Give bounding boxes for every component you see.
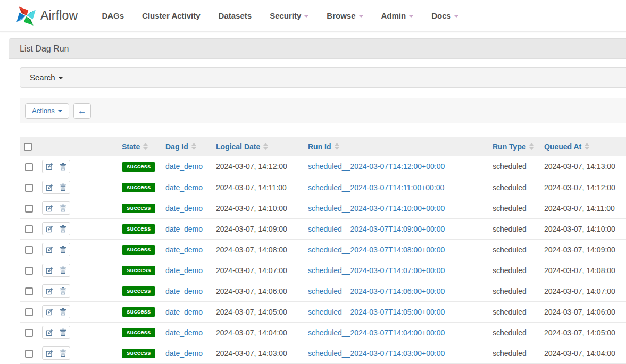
run-id-link[interactable]: scheduled__2024-03-07T14:04:00+00:00 [308, 328, 445, 337]
delete-button[interactable] [56, 243, 70, 256]
run-id-link[interactable]: scheduled__2024-03-07T14:07:00+00:00 [308, 266, 445, 275]
trash-icon [60, 225, 66, 233]
search-toggle[interactable]: Search [20, 67, 626, 88]
status-badge: success [122, 183, 155, 193]
run-id-link[interactable]: scheduled__2024-03-07T14:10:00+00:00 [308, 204, 445, 213]
delete-button[interactable] [56, 305, 70, 318]
row-checkbox[interactable] [25, 287, 33, 295]
status-badge: success [122, 286, 155, 297]
dag-id-link[interactable]: date_demo [165, 328, 203, 337]
column-header-queued-at[interactable]: Queued At [539, 137, 626, 156]
logical-date-value: 2024-03-07, 14:08:00 [216, 246, 287, 254]
column-header-state[interactable]: State [116, 137, 160, 156]
edit-button[interactable] [42, 326, 56, 339]
edit-pencil-icon [46, 205, 53, 212]
dag-id-link[interactable]: date_demo [165, 287, 203, 295]
row-checkbox[interactable] [25, 184, 33, 192]
table-row: success date_demo 2024-03-07, 14:10:00 s… [20, 198, 626, 218]
sort-icon [335, 143, 339, 150]
nav-item[interactable]: Datasets [210, 0, 261, 32]
row-checkbox[interactable] [25, 163, 33, 171]
logical-date-value: 2024-03-07, 14:11:00 [216, 183, 287, 192]
status-badge: success [122, 204, 155, 214]
edit-button[interactable] [42, 243, 56, 256]
nav-item[interactable]: Cluster Activity [133, 0, 209, 32]
actions-dropdown-button[interactable]: Actions [25, 103, 69, 119]
column-header-run-id[interactable]: Run Id [303, 137, 487, 156]
dag-id-link[interactable]: date_demo [165, 204, 203, 213]
edit-pencil-icon [46, 287, 53, 295]
run-id-link[interactable]: scheduled__2024-03-07T14:05:00+00:00 [308, 308, 445, 316]
edit-button[interactable] [42, 201, 56, 215]
nav-item[interactable]: Admin [372, 0, 423, 32]
row-checkbox[interactable] [25, 308, 33, 316]
nav-item[interactable]: Browse [318, 0, 372, 32]
run-type-value: scheduled [493, 349, 527, 358]
trash-icon [60, 308, 66, 316]
row-checkbox[interactable] [25, 329, 33, 337]
edit-button[interactable] [42, 160, 56, 173]
delete-button[interactable] [56, 201, 70, 215]
edit-button[interactable] [42, 305, 56, 318]
status-badge: success [122, 349, 155, 359]
run-id-link[interactable]: scheduled__2024-03-07T14:06:00+00:00 [308, 287, 445, 295]
chevron-down-icon [58, 110, 62, 112]
nav-item[interactable]: DAGs [93, 0, 133, 32]
logical-date-value: 2024-03-07, 14:07:00 [216, 266, 287, 275]
table-row: success date_demo 2024-03-07, 14:06:00 s… [20, 281, 626, 301]
airflow-logo[interactable]: Airflow [15, 4, 78, 28]
run-id-link[interactable]: scheduled__2024-03-07T14:09:00+00:00 [308, 225, 445, 233]
trash-icon [60, 246, 66, 253]
row-checkbox[interactable] [25, 225, 33, 233]
column-header-dag-id[interactable]: Dag Id [160, 137, 211, 156]
row-checkbox[interactable] [25, 267, 33, 275]
delete-button[interactable] [56, 181, 70, 194]
edit-pencil-icon [46, 225, 53, 233]
nav-item[interactable]: Docs [422, 0, 468, 32]
trash-icon [60, 204, 66, 212]
select-all-checkbox[interactable] [24, 143, 32, 151]
dag-id-link[interactable]: date_demo [165, 349, 203, 358]
sort-icon [143, 143, 148, 150]
delete-button[interactable] [56, 160, 70, 173]
nav-item[interactable]: Security [261, 0, 318, 32]
dag-runs-table: State Dag Id Logical Date Run Id Run Typ… [20, 137, 626, 364]
chevron-down-icon [304, 15, 308, 18]
table-row: success date_demo 2024-03-07, 14:04:00 s… [20, 322, 626, 343]
edit-button[interactable] [42, 284, 56, 298]
run-id-link[interactable]: scheduled__2024-03-07T14:11:00+00:00 [308, 183, 444, 192]
back-button[interactable]: ← [73, 103, 91, 119]
delete-button[interactable] [56, 346, 70, 360]
run-type-value: scheduled [493, 266, 527, 275]
dag-id-link[interactable]: date_demo [165, 266, 203, 275]
delete-button[interactable] [56, 284, 70, 298]
table-row: success date_demo 2024-03-07, 14:08:00 s… [20, 239, 626, 260]
edit-pencil-icon [46, 308, 53, 316]
dag-id-link[interactable]: date_demo [165, 162, 203, 171]
trash-icon [60, 266, 66, 274]
column-header-logical-date[interactable]: Logical Date [211, 137, 303, 156]
delete-button[interactable] [56, 264, 70, 277]
row-checkbox[interactable] [25, 246, 33, 254]
status-badge: success [122, 307, 155, 317]
delete-button[interactable] [56, 326, 70, 339]
edit-button[interactable] [42, 222, 56, 235]
column-header-run-type[interactable]: Run Type [487, 137, 539, 156]
status-badge: success [122, 266, 155, 276]
run-id-link[interactable]: scheduled__2024-03-07T14:03:00+00:00 [308, 349, 445, 358]
queued-at-value: 2024-03-07, 14:04:00 [544, 349, 615, 358]
edit-button[interactable] [42, 346, 56, 360]
dag-id-link[interactable]: date_demo [165, 225, 203, 233]
status-badge: success [122, 245, 155, 255]
row-checkbox[interactable] [25, 205, 33, 213]
run-id-link[interactable]: scheduled__2024-03-07T14:08:00+00:00 [308, 246, 445, 254]
dag-id-link[interactable]: date_demo [165, 246, 203, 254]
delete-button[interactable] [56, 222, 70, 235]
edit-button[interactable] [42, 264, 56, 277]
dag-id-link[interactable]: date_demo [165, 183, 203, 192]
row-checkbox[interactable] [25, 350, 33, 358]
edit-button[interactable] [42, 181, 56, 194]
run-id-link[interactable]: scheduled__2024-03-07T14:12:00+00:00 [308, 162, 445, 171]
dag-id-link[interactable]: date_demo [165, 308, 203, 316]
trash-icon [60, 287, 66, 295]
